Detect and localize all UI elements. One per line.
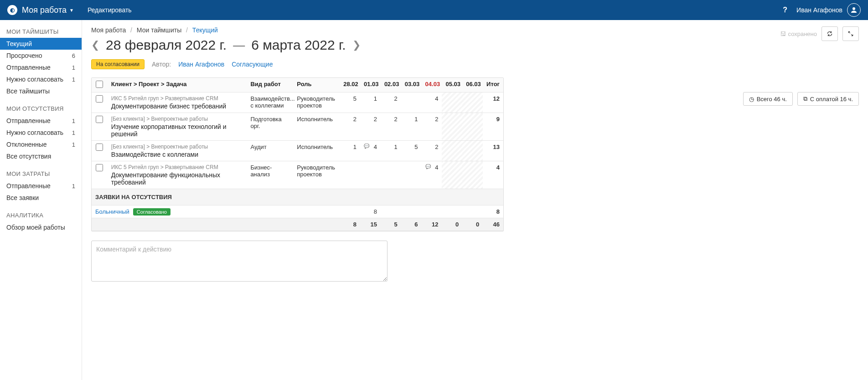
cell-day[interactable] <box>401 92 422 113</box>
cell-role: Исполнитель <box>293 113 340 141</box>
user-avatar-icon[interactable] <box>847 3 861 17</box>
cell-day[interactable] <box>462 141 483 161</box>
cell-day[interactable]: 4 <box>422 92 442 113</box>
cell-day[interactable]: 💬4 <box>422 161 442 189</box>
col-day: 03.03 <box>401 78 422 92</box>
date-separator: — <box>233 38 245 52</box>
fullscreen-button[interactable] <box>842 26 859 41</box>
cell-day[interactable]: 2 <box>422 141 442 161</box>
app-dropdown-icon[interactable]: ▼ <box>69 8 74 13</box>
row-checkbox[interactable] <box>96 144 103 151</box>
col-role: Роль <box>293 78 340 92</box>
absence-row: БольничныйСогласовано88 <box>92 205 503 218</box>
sidebar-badge: 1 <box>72 129 75 136</box>
cell-day[interactable]: 1 <box>360 92 381 113</box>
cell-role: Руководитель проектов <box>293 161 340 189</box>
edit-link[interactable]: Редактировать <box>88 6 132 14</box>
cell-day[interactable] <box>462 92 483 113</box>
sidebar-item-label: Все таймшиты <box>6 87 50 95</box>
absence-section-header: ЗАЯВКИ НА ОТСУТСТВИЯ <box>92 189 503 205</box>
cell-role: Руководитель проектов <box>293 92 340 113</box>
cell-day[interactable] <box>442 113 462 141</box>
sidebar-item[interactable]: Нужно согласовать1 <box>0 73 82 85</box>
col-total: Итог <box>483 78 503 92</box>
help-icon[interactable]: ? <box>783 6 787 14</box>
cell-day[interactable] <box>442 141 462 161</box>
sidebar-item[interactable]: Отправленные1 <box>0 115 82 127</box>
sidebar-item-label: Отклоненные <box>6 141 47 148</box>
cell-day[interactable] <box>381 161 401 189</box>
comment-indicator-icon: 💬 <box>364 144 369 149</box>
cell-day[interactable] <box>442 161 462 189</box>
cell-day[interactable]: 2 <box>360 113 381 141</box>
sidebar-item[interactable]: Отправленные1 <box>0 62 82 73</box>
row-checkbox[interactable] <box>96 116 103 123</box>
cell-day[interactable] <box>442 92 462 113</box>
sidebar-item[interactable]: Текущий <box>0 38 82 50</box>
sidebar-item[interactable]: Все заявки <box>0 192 82 204</box>
row-checkbox[interactable] <box>96 164 103 171</box>
prev-week-button[interactable]: ❮ <box>91 39 99 51</box>
sidebar-item[interactable]: Все отсутствия <box>0 150 82 162</box>
cell-day[interactable]: 5 <box>340 92 360 113</box>
sidebar-item[interactable]: Все таймшиты <box>0 85 82 97</box>
breadcrumb-item[interactable]: Моя работа <box>91 26 126 34</box>
cell-day[interactable] <box>462 113 483 141</box>
user-name[interactable]: Иван Агафонов <box>796 6 842 14</box>
cell-day[interactable]: 2 <box>381 113 401 141</box>
footer-day: 6 <box>401 218 422 231</box>
comment-box <box>91 241 388 283</box>
cell-day[interactable]: 2 <box>340 113 360 141</box>
footer-day: 0 <box>462 218 483 231</box>
cell-day[interactable]: 💬4 <box>360 141 381 161</box>
row-checkbox[interactable] <box>96 95 103 103</box>
task-name[interactable]: Документирование бизнес требований <box>111 103 243 110</box>
cell-day[interactable]: 1 <box>381 141 401 161</box>
footer-day: 8 <box>340 218 360 231</box>
author-link[interactable]: Иван Агафонов <box>178 61 224 68</box>
sidebar-item[interactable]: Обзор моей работы <box>0 221 82 233</box>
sidebar-item-label: Все отсутствия <box>6 153 51 160</box>
cell-worktype: Подготовка орг. <box>247 113 293 141</box>
cell-day[interactable]: 1 <box>401 113 422 141</box>
cell-day[interactable] <box>360 161 381 189</box>
cell-day[interactable] <box>401 161 422 189</box>
comment-textarea[interactable] <box>91 241 388 282</box>
cell-total: 4 <box>483 161 503 189</box>
sidebar-item-label: Текущий <box>6 40 32 47</box>
breadcrumb-item[interactable]: Мои таймшиты <box>137 26 181 34</box>
absence-link[interactable]: Больничный <box>95 208 129 215</box>
absence-total: 8 <box>483 205 503 218</box>
cell-worktype: Бизнес-анализ <box>247 161 293 189</box>
cell-day[interactable]: 1 <box>340 141 360 161</box>
task-name[interactable]: Изучение корпоративных технологий и реше… <box>111 123 243 138</box>
next-week-button[interactable]: ❯ <box>352 39 361 51</box>
footer-row: 81556120046 <box>92 218 503 231</box>
sidebar-badge: 1 <box>72 64 75 71</box>
timesheet-grid: Клиент > Проект > ЗадачаВид работРоль28.… <box>91 77 504 231</box>
cell-day[interactable] <box>340 161 360 189</box>
task-name[interactable]: Взаимодействие с коллегами <box>111 151 243 158</box>
select-all-checkbox[interactable] <box>96 81 103 88</box>
col-day: 04.03 <box>422 78 442 92</box>
cell-day[interactable]: 2 <box>422 113 442 141</box>
footer-day: 5 <box>381 218 401 231</box>
task-path: [Без клиента] > Внепроектные работы <box>111 144 243 150</box>
task-name[interactable]: Документирование функциональных требован… <box>111 171 243 186</box>
sidebar-item[interactable]: Нужно согласовать1 <box>0 127 82 139</box>
absence-day <box>462 205 483 218</box>
clock-icon: ◷ <box>749 96 754 103</box>
approvers-link[interactable]: Согласующие <box>232 61 273 68</box>
refresh-button[interactable] <box>822 26 838 41</box>
absence-day <box>381 205 401 218</box>
total-hours-box: ◷ Всего 46 ч. <box>743 92 793 106</box>
cell-day[interactable]: 5 <box>401 141 422 161</box>
cell-day[interactable] <box>462 161 483 189</box>
table-row: ИКС 5 Ритейл груп > Развертывание CRMДок… <box>92 161 503 189</box>
sidebar-item[interactable]: Отправленные1 <box>0 180 82 192</box>
cell-total: 13 <box>483 141 503 161</box>
task-path: ИКС 5 Ритейл груп > Развертывание CRM <box>111 164 243 170</box>
cell-day[interactable]: 2 <box>381 92 401 113</box>
sidebar-item[interactable]: Отклоненные1 <box>0 139 82 150</box>
sidebar-item[interactable]: Просрочено6 <box>0 50 82 62</box>
